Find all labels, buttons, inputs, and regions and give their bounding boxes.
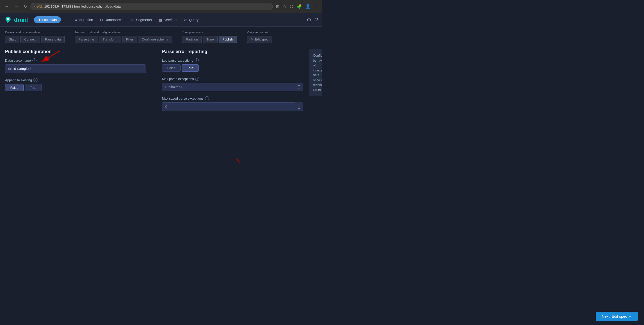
ingestion-icon: ≡ [75,18,77,22]
wizard-bar: Connect and parse raw data Start Connect… [0,27,322,43]
nav-segments-label: Segments [136,18,152,22]
security-warning: 不安全 [34,4,43,9]
main-content: Publish configuration Datasource name i … [0,43,322,122]
edit-spec-icon: ✎ [251,37,254,41]
append-true-btn[interactable]: True [25,84,42,91]
svg-line-3 [236,159,252,162]
help-button[interactable]: ? [315,17,318,23]
wizard-group-tune: Tune parameters Partition Tune Publish [182,31,237,43]
wizard-steps-transform: Parse time Transform Filter Configure sc… [75,36,172,43]
wizard-group-transform-label: Transform data and configure schema [75,31,172,34]
menu-btn[interactable]: ⋮ [313,3,319,10]
wizard-group-connect: Connect and parse raw data Start Connect… [5,31,65,43]
max-exceptions-info[interactable]: i [195,77,199,81]
step-transform[interactable]: Transform [99,36,121,43]
step-parse-time[interactable]: Parse time [75,36,98,43]
wizard-steps-verify: ✎ Edit spec [247,36,272,43]
nav-divider [68,16,68,24]
max-saved-down[interactable]: ▼ [295,107,303,111]
profile-btn[interactable]: 👤 [304,3,311,10]
info-sidebar: Configure behavior of indexed data once … [309,49,322,96]
load-data-label: Load data [42,18,57,22]
query-icon: ▭ [184,18,187,22]
step-parse-data[interactable]: Parse data [41,36,65,43]
datasources-icon: ⊟ [100,18,103,22]
log-toggle-group: False True [162,64,303,72]
step-start[interactable]: Start [5,36,19,43]
max-saved-up[interactable]: ▲ [295,102,303,107]
publish-config-panel: Publish configuration Datasource name i … [5,49,146,116]
datasource-name-label: Datasource name i [5,58,146,62]
wizard-group-tune-label: Tune parameters [182,31,237,34]
log-true-btn[interactable]: True [182,64,199,72]
wizard-group-connect-label: Connect and parse raw data [5,31,65,34]
max-saved-input-wrap: ▲ ▼ [162,102,303,111]
step-edit-spec[interactable]: ✎ Edit spec [247,36,272,43]
datasource-name-info[interactable]: i [32,58,36,62]
app-header: druid ⬆ Load data ≡ Ingestion ⊟ Datasour… [0,13,322,27]
extensions-btn[interactable]: ⬡ [289,3,294,10]
logo-text: druid [14,17,28,23]
max-saved-info[interactable]: i [205,96,209,100]
max-exceptions-label: Max parse exceptions i [162,77,303,81]
nav-services[interactable]: ▤ Services [159,18,177,22]
log-false-btn[interactable]: False [162,64,181,72]
log-exceptions-label: Log parse exceptions i [162,58,303,62]
append-toggle-group: False True [5,84,146,91]
nav-query-label: Query [189,18,198,22]
max-exceptions-input-wrap: ▲ ▼ [162,83,303,91]
settings-button[interactable]: ⚙ [307,17,311,23]
nav-ingestion-label: Ingestion [79,18,93,22]
nav-services-label: Services [164,18,177,22]
reload-button[interactable]: ↻ [22,3,28,10]
browser-actions: ⊡ ☆ ⬡ 🧩 👤 ⋮ [275,3,319,10]
step-configure-schema[interactable]: Configure schema [138,36,172,43]
append-info[interactable]: i [33,78,37,82]
segments-icon: ⊞ [131,18,134,22]
wizard-group-verify-label: Verify and submit [247,31,272,34]
datasource-name-input[interactable] [5,64,146,73]
upload-icon: ⬆ [38,18,41,22]
load-data-button[interactable]: ⬆ Load data [34,16,61,23]
max-exceptions-down[interactable]: ▼ [295,87,303,92]
druid-logo-icon [4,16,12,24]
nav-datasources-label: Datasources [105,18,125,22]
max-exceptions-up[interactable]: ▲ [295,83,303,87]
edit-spec-label: Edit spec [255,37,268,41]
wizard-steps-tune: Partition Tune Publish [182,36,237,43]
nav-segments[interactable]: ⊞ Segments [131,18,152,22]
bookmark-btn[interactable]: ☆ [282,3,287,10]
step-partition[interactable]: Partition [182,36,202,43]
step-connect[interactable]: Connect [20,36,40,43]
step-tune[interactable]: Tune [203,36,218,43]
logo: druid [4,16,28,24]
wizard-group-verify: Verify and submit ✎ Edit spec [247,31,272,43]
max-saved-label: Max saved parse exceptions i [162,96,303,100]
max-saved-spinners: ▲ ▼ [295,102,303,111]
parse-error-panel: Parse error reporting Log parse exceptio… [162,49,303,116]
header-actions: ⚙ ? [307,17,318,23]
forward-button[interactable]: → [13,3,20,10]
back-button[interactable]: ← [3,3,11,10]
parse-error-title: Parse error reporting [162,49,303,54]
services-icon: ▤ [159,18,162,22]
step-filter[interactable]: Filter [122,36,137,43]
step-publish[interactable]: Publish [219,36,237,43]
nav-ingestion[interactable]: ≡ Ingestion [75,18,93,22]
wizard-steps-connect: Start Connect Parse data [5,36,65,43]
info-sidebar-text: Configure behavior of indexed data once … [313,54,322,92]
puzzle-btn[interactable]: 🧩 [296,3,303,10]
nav-datasources[interactable]: ⊟ Datasources [100,18,125,22]
max-saved-input[interactable] [162,102,303,111]
browser-chrome: ← → ↻ 不安全 192.168.64.173:8888/unified-co… [0,0,322,13]
append-label: Append to existing i [5,78,146,82]
wizard-group-transform: Transform data and configure schema Pars… [75,31,172,43]
nav-query[interactable]: ▭ Query [184,18,198,22]
publish-config-title: Publish configuration [5,49,146,54]
append-false-btn[interactable]: False [5,84,24,91]
max-exceptions-spinners: ▲ ▼ [295,83,303,91]
translate-btn[interactable]: ⊡ [275,3,280,10]
address-bar[interactable]: 不安全 192.168.64.173:8888/unified-console.… [30,3,273,10]
log-exceptions-info[interactable]: i [195,58,199,62]
max-exceptions-input[interactable] [162,83,303,91]
